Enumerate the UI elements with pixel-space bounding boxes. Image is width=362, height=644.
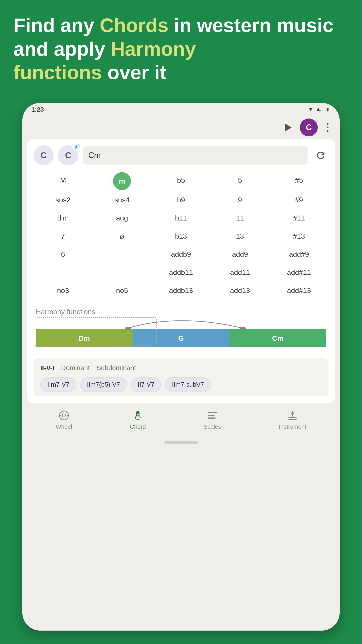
- quality-sharp13[interactable]: #13: [270, 228, 329, 244]
- chord-blocks: Dm G Cm: [36, 330, 326, 347]
- quality-9[interactable]: 9: [211, 192, 270, 208]
- quality-sus2[interactable]: sus2: [33, 192, 92, 208]
- nav-instrument[interactable]: Instrument: [279, 410, 306, 430]
- function-tabs: II-V-I Dominant Subdominant IIm7-V7 IIm7…: [33, 358, 329, 396]
- quality-5[interactable]: 5: [211, 172, 270, 190]
- refresh-button[interactable]: [313, 148, 329, 163]
- harmony-title: Harmony functions: [36, 308, 326, 316]
- quality-sharp9[interactable]: #9: [270, 192, 329, 208]
- quality-b11[interactable]: b11: [151, 210, 211, 226]
- function-chips: IIm7-V7 IIm7(b5)-V7 II7-V7 IIm7-subV7: [40, 377, 322, 392]
- chip-iim7b5v7[interactable]: IIm7(b5)-V7: [80, 377, 127, 392]
- quality-sharp5[interactable]: #5: [270, 172, 329, 190]
- svg-rect-16: [289, 417, 297, 418]
- tab-subdominant[interactable]: Subdominant: [96, 363, 136, 373]
- quality-7[interactable]: 7: [33, 228, 92, 244]
- play-icon: [285, 124, 292, 132]
- signal-icon: [316, 107, 322, 112]
- quality-13[interactable]: 13: [211, 228, 270, 244]
- wheel-icon: [58, 410, 69, 421]
- tab-ii-v-i[interactable]: II-V-I: [40, 363, 54, 373]
- dot-icon: [327, 130, 329, 132]
- svg-rect-17: [289, 419, 297, 420]
- chord-block-g[interactable]: G: [132, 330, 229, 347]
- quality-6[interactable]: 6: [33, 246, 92, 262]
- chip-ii7v7[interactable]: II7-V7: [130, 377, 162, 392]
- quality-empty1: [92, 246, 151, 262]
- quality-no3[interactable]: no3: [33, 282, 92, 299]
- dot-icon: [327, 123, 329, 125]
- quality-sus4[interactable]: sus4: [92, 192, 151, 208]
- svg-point-1: [240, 327, 246, 330]
- nav-scales[interactable]: Scales: [204, 410, 221, 430]
- quality-add11[interactable]: add11: [211, 264, 270, 281]
- phone-bottom-bar: [22, 437, 340, 448]
- key-button[interactable]: C: [300, 118, 318, 136]
- chip-iim7subv7[interactable]: IIm7-subV7: [165, 377, 211, 392]
- headline-part1: Find any: [13, 14, 100, 36]
- svg-rect-15: [208, 418, 216, 418]
- quality-11[interactable]: 11: [211, 210, 270, 226]
- quality-add13[interactable]: add13: [211, 282, 270, 299]
- quality-addsharp13[interactable]: add#13: [270, 282, 329, 299]
- nav-wheel-label: Wheel: [56, 423, 72, 430]
- bottom-home-indicator: [164, 442, 198, 444]
- quality-addb9[interactable]: addb9: [151, 246, 211, 262]
- nav-chord-label: Chord: [130, 423, 146, 430]
- quality-b13[interactable]: b13: [151, 228, 211, 244]
- quality-empty3: [92, 264, 151, 281]
- headline-part4: over it: [102, 61, 166, 84]
- nav-instrument-label: Instrument: [279, 423, 306, 430]
- dot-icon: [327, 126, 329, 128]
- wifi-icon: [308, 107, 314, 112]
- quality-no5[interactable]: no5: [92, 282, 151, 299]
- chord-block-dm[interactable]: Dm: [36, 330, 132, 347]
- quality-oslash[interactable]: ø: [92, 228, 151, 244]
- scales-icon: [207, 410, 218, 421]
- quality-addb13[interactable]: addb13: [151, 282, 211, 299]
- nav-wheel[interactable]: Wheel: [56, 410, 72, 430]
- tab-dominant[interactable]: Dominant: [61, 363, 90, 373]
- chord-selector: C C ®: [33, 145, 329, 166]
- svg-rect-19: [292, 414, 293, 416]
- instrument-icon: [287, 410, 298, 421]
- registered-icon: ®: [77, 144, 80, 149]
- more-button[interactable]: [325, 121, 331, 134]
- note-c-plain[interactable]: C: [33, 145, 54, 166]
- app-bar: C: [22, 116, 340, 139]
- chord-block-cm[interactable]: Cm: [230, 330, 326, 347]
- chord-name-input[interactable]: [83, 146, 308, 164]
- status-time: 1:23: [31, 106, 44, 113]
- play-button[interactable]: [282, 122, 293, 133]
- chord-icon: [132, 410, 143, 421]
- quality-sharp11[interactable]: #11: [270, 210, 329, 226]
- battery-icon: [325, 107, 331, 112]
- svg-rect-14: [208, 415, 215, 416]
- quality-empty2: [33, 264, 92, 281]
- quality-b5[interactable]: b5: [151, 172, 211, 190]
- quality-m-selected[interactable]: m: [92, 172, 151, 190]
- chord-progression: Dm G Cm: [36, 330, 326, 347]
- headline-part3: functions: [13, 61, 102, 84]
- quality-add9[interactable]: add9: [211, 246, 270, 262]
- tabs-row: II-V-I Dominant Subdominant: [40, 363, 322, 373]
- phone-mockup: 1:23 C C C ®: [22, 103, 340, 630]
- headline-highlight2: Harmony: [111, 38, 196, 60]
- quality-addsharp11[interactable]: add#11: [270, 264, 329, 281]
- quality-addsharp9[interactable]: add#9: [270, 246, 329, 262]
- chip-iim7v7[interactable]: IIm7-V7: [40, 377, 76, 392]
- svg-rect-13: [208, 412, 217, 413]
- headline: Find any Chords in western music and app…: [13, 14, 349, 84]
- refresh-icon: [315, 150, 326, 161]
- status-icons: [308, 107, 331, 112]
- harmony-section: Harmony functions Dm G Cm: [33, 303, 329, 356]
- quality-b9[interactable]: b9: [151, 192, 211, 208]
- svg-point-3: [62, 414, 65, 417]
- headline-highlight1: Chords: [100, 14, 168, 36]
- quality-aug[interactable]: aug: [92, 210, 151, 226]
- quality-addb11[interactable]: addb11: [151, 264, 211, 281]
- quality-M[interactable]: M: [33, 172, 92, 190]
- note-c-registered[interactable]: C ®: [58, 145, 78, 166]
- nav-chord[interactable]: Chord: [130, 410, 146, 430]
- quality-dim[interactable]: dim: [33, 210, 92, 226]
